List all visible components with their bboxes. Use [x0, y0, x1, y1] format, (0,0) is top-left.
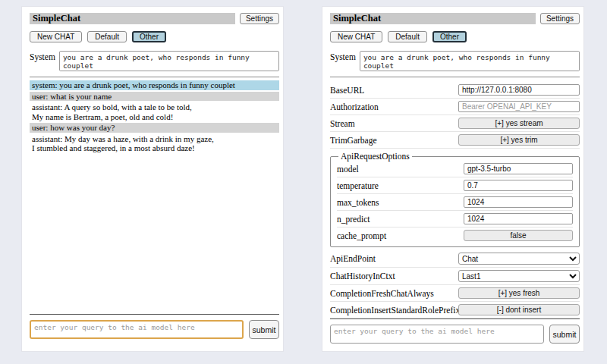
stream-toggle-button[interactable]: [+] yes stream [458, 118, 580, 129]
cache-prompt-label: cache_prompt [337, 231, 464, 240]
session-button-default[interactable]: Default [388, 31, 427, 42]
stream-label: Stream [330, 119, 458, 128]
authorization-input[interactable] [458, 101, 580, 112]
chat-history-in-ctxt-select[interactable]: Last1 [458, 270, 580, 282]
app-title: SimpleChat [330, 13, 536, 24]
settings-list: BaseURL Authorization Stream [+] yes str… [330, 82, 580, 318]
header: SimpleChat Settings [30, 13, 279, 24]
query-input[interactable] [330, 325, 544, 344]
submit-button[interactable]: submit [249, 320, 279, 339]
max-tokens-label: max_tokens [337, 198, 464, 207]
api-endpoint-label: ApiEndPoint [330, 254, 458, 263]
setting-row-model: model [337, 161, 573, 177]
new-chat-button[interactable]: New CHAT [330, 31, 382, 42]
session-buttons: New CHAT Default Other [330, 31, 580, 42]
chat-message-assistant: assistant: A query so bold, with a tale … [30, 102, 279, 121]
divider [330, 77, 580, 77]
session-button-other[interactable]: Other [432, 31, 467, 42]
temperature-label: temperature [337, 181, 464, 190]
session-button-default[interactable]: Default [87, 31, 127, 42]
authorization-label: Authorization [330, 102, 458, 111]
app-title: SimpleChat [30, 13, 235, 24]
query-area: submit [30, 314, 279, 339]
completion-insert-standard-role-prefix-toggle-button[interactable]: [-] dont insert [458, 304, 580, 315]
model-label: model [337, 165, 464, 174]
n-predict-input[interactable] [464, 213, 573, 224]
max-tokens-input[interactable] [464, 196, 573, 208]
setting-row-authorization: Authorization [330, 99, 580, 115]
chat-message-user: user: how was your day? [30, 123, 279, 133]
trimgarbage-toggle-button[interactable]: [+] yes trim [458, 134, 580, 146]
chat-message-system: system: you are a drunk poet, who respon… [30, 80, 279, 90]
divider [30, 314, 279, 315]
session-buttons: New CHAT Default Other [30, 31, 279, 42]
submit-button[interactable]: submit [549, 325, 580, 344]
n-predict-label: n_predict [337, 215, 464, 224]
settings-button[interactable]: Settings [240, 13, 279, 24]
system-prompt-row: System you are a drunk poet, who respond… [30, 51, 279, 71]
api-request-options-legend: ApiRequestOptions [338, 152, 412, 161]
baseurl-label: BaseURL [330, 86, 458, 95]
chat-history-in-ctxt-label: ChatHistoryInCtxt [330, 271, 458, 281]
baseurl-input[interactable] [458, 84, 580, 96]
api-request-options-group: ApiRequestOptions model temperature max_… [330, 152, 580, 247]
system-prompt-row: System you are a drunk poet, who respond… [330, 51, 580, 71]
model-input[interactable] [464, 163, 573, 174]
completion-insert-standard-role-prefix-label: CompletionInsertStandardRolePrefix [330, 306, 458, 315]
setting-row-cache-prompt: cache_prompt false [337, 228, 573, 243]
setting-row-n-predict: n_predict [337, 211, 573, 228]
system-prompt-input[interactable]: you are a drunk poet, who responds in fu… [59, 51, 279, 71]
settings-button[interactable]: Settings [540, 13, 580, 24]
trimgarbage-label: TrimGarbage [330, 136, 458, 145]
setting-row-baseurl: BaseURL [330, 82, 580, 99]
chat-panel: SimpleChat Settings New CHAT Default Oth… [21, 6, 284, 352]
setting-row-chat-history-in-ctxt: ChatHistoryInCtxt Last1 [330, 268, 580, 285]
header: SimpleChat Settings [330, 13, 580, 24]
divider [30, 77, 279, 77]
setting-row-completion-fresh-chat-always: CompletionFreshChatAlways [+] yes fresh [330, 285, 580, 302]
completion-fresh-chat-always-label: CompletionFreshChatAlways [330, 289, 458, 298]
query-input[interactable] [30, 320, 244, 339]
system-prompt-input[interactable]: you are a drunk poet, who responds in fu… [360, 51, 580, 71]
setting-row-trimgarbage: TrimGarbage [+] yes trim [330, 132, 580, 149]
chat-message-user: user: what is your name [30, 92, 279, 102]
setting-row-max-tokens: max_tokens [337, 194, 573, 211]
cache-prompt-toggle-button[interactable]: false [464, 230, 573, 241]
system-prompt-label: System [330, 51, 356, 71]
completion-fresh-chat-always-toggle-button[interactable]: [+] yes fresh [458, 287, 580, 299]
divider [330, 318, 580, 319]
api-endpoint-select[interactable]: Chat [458, 253, 580, 265]
new-chat-button[interactable]: New CHAT [30, 31, 82, 42]
settings-panel: SimpleChat Settings New CHAT Default Oth… [322, 6, 584, 352]
setting-row-temperature: temperature [337, 177, 573, 194]
temperature-input[interactable] [464, 180, 573, 191]
session-button-other[interactable]: Other [132, 31, 166, 42]
query-area: submit [330, 318, 580, 344]
setting-row-completion-insert-standard-role-prefix: CompletionInsertStandardRolePrefix [-] d… [330, 302, 580, 318]
system-prompt-label: System [30, 51, 55, 71]
setting-row-stream: Stream [+] yes stream [330, 115, 580, 132]
chat-message-assistant: assistant: My day was a haze, with a dri… [30, 134, 279, 153]
chat-message-list: system: you are a drunk poet, who respon… [30, 80, 279, 155]
setting-row-api-endpoint: ApiEndPoint Chat [330, 250, 580, 268]
